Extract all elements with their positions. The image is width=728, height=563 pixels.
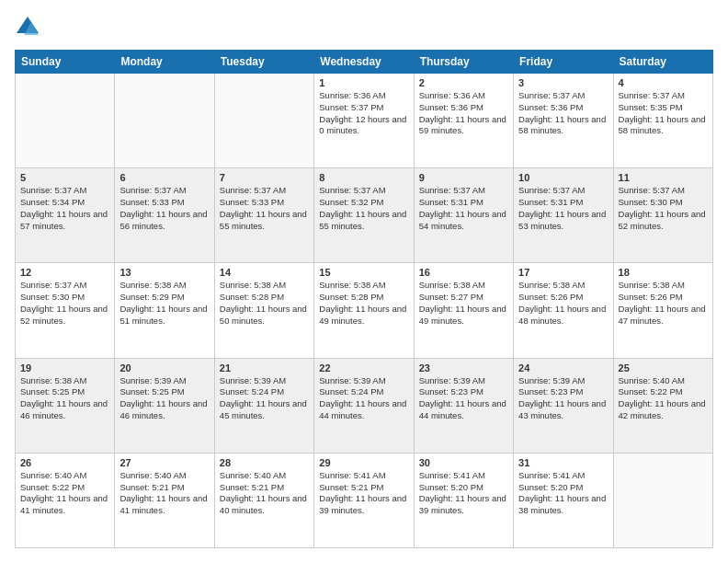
day-number: 27 — [119, 457, 209, 468]
calendar-cell: 25Sunrise: 5:40 AM Sunset: 5:22 PM Dayli… — [613, 358, 712, 453]
day-number: 22 — [319, 362, 408, 373]
day-number: 3 — [518, 77, 608, 88]
calendar-cell — [115, 74, 214, 168]
calendar-cell: 26Sunrise: 5:40 AM Sunset: 5:22 PM Dayli… — [16, 453, 115, 547]
day-number: 31 — [518, 457, 608, 468]
col-header-thursday: Thursday — [414, 51, 513, 74]
calendar-week-row: 26Sunrise: 5:40 AM Sunset: 5:22 PM Dayli… — [16, 453, 713, 547]
day-info: Sunrise: 5:37 AM Sunset: 5:35 PM Dayligh… — [619, 90, 708, 137]
day-number: 19 — [20, 362, 109, 373]
calendar-cell — [613, 453, 712, 547]
day-info: Sunrise: 5:37 AM Sunset: 5:31 PM Dayligh… — [419, 185, 508, 232]
day-info: Sunrise: 5:37 AM Sunset: 5:36 PM Dayligh… — [518, 90, 608, 137]
day-info: Sunrise: 5:39 AM Sunset: 5:25 PM Dayligh… — [119, 375, 209, 422]
day-info: Sunrise: 5:37 AM Sunset: 5:33 PM Dayligh… — [220, 185, 309, 232]
day-number: 20 — [119, 362, 209, 373]
calendar-cell: 14Sunrise: 5:38 AM Sunset: 5:28 PM Dayli… — [214, 263, 313, 358]
calendar-cell: 12Sunrise: 5:37 AM Sunset: 5:30 PM Dayli… — [16, 263, 115, 358]
calendar: SundayMondayTuesdayWednesdayThursdayFrid… — [15, 50, 713, 548]
header — [15, 15, 713, 40]
day-info: Sunrise: 5:41 AM Sunset: 5:20 PM Dayligh… — [518, 470, 608, 517]
day-number: 16 — [419, 267, 508, 278]
calendar-cell: 17Sunrise: 5:38 AM Sunset: 5:26 PM Dayli… — [514, 263, 613, 358]
col-header-sunday: Sunday — [16, 51, 115, 74]
day-number: 26 — [20, 457, 109, 468]
day-info: Sunrise: 5:38 AM Sunset: 5:28 PM Dayligh… — [220, 280, 309, 327]
day-info: Sunrise: 5:40 AM Sunset: 5:21 PM Dayligh… — [119, 470, 209, 517]
day-number: 13 — [119, 267, 209, 278]
day-info: Sunrise: 5:39 AM Sunset: 5:23 PM Dayligh… — [419, 375, 508, 422]
col-header-tuesday: Tuesday — [214, 51, 313, 74]
calendar-week-row: 1Sunrise: 5:36 AM Sunset: 5:37 PM Daylig… — [16, 74, 713, 168]
calendar-cell: 30Sunrise: 5:41 AM Sunset: 5:20 PM Dayli… — [414, 453, 513, 547]
day-number: 17 — [518, 267, 608, 278]
day-info: Sunrise: 5:39 AM Sunset: 5:24 PM Dayligh… — [319, 375, 408, 422]
day-info: Sunrise: 5:37 AM Sunset: 5:33 PM Dayligh… — [119, 185, 209, 232]
calendar-cell: 31Sunrise: 5:41 AM Sunset: 5:20 PM Dayli… — [514, 453, 613, 547]
day-info: Sunrise: 5:37 AM Sunset: 5:32 PM Dayligh… — [319, 185, 408, 232]
day-info: Sunrise: 5:41 AM Sunset: 5:20 PM Dayligh… — [419, 470, 508, 517]
calendar-cell: 6Sunrise: 5:37 AM Sunset: 5:33 PM Daylig… — [115, 168, 214, 263]
calendar-cell: 15Sunrise: 5:38 AM Sunset: 5:28 PM Dayli… — [314, 263, 414, 358]
day-number: 21 — [220, 362, 309, 373]
calendar-cell: 18Sunrise: 5:38 AM Sunset: 5:26 PM Dayli… — [613, 263, 712, 358]
calendar-week-row: 19Sunrise: 5:38 AM Sunset: 5:25 PM Dayli… — [16, 358, 713, 453]
calendar-header-row: SundayMondayTuesdayWednesdayThursdayFrid… — [16, 51, 713, 74]
calendar-cell: 13Sunrise: 5:38 AM Sunset: 5:29 PM Dayli… — [115, 263, 214, 358]
col-header-saturday: Saturday — [613, 51, 712, 74]
day-number: 28 — [220, 457, 309, 468]
day-number: 10 — [518, 172, 608, 183]
day-info: Sunrise: 5:37 AM Sunset: 5:34 PM Dayligh… — [20, 185, 109, 232]
day-number: 11 — [619, 172, 708, 183]
day-info: Sunrise: 5:38 AM Sunset: 5:26 PM Dayligh… — [619, 280, 708, 327]
day-number: 4 — [619, 77, 708, 88]
calendar-cell: 1Sunrise: 5:36 AM Sunset: 5:37 PM Daylig… — [314, 74, 414, 168]
day-number: 15 — [319, 267, 408, 278]
calendar-cell: 9Sunrise: 5:37 AM Sunset: 5:31 PM Daylig… — [414, 168, 513, 263]
day-info: Sunrise: 5:37 AM Sunset: 5:30 PM Dayligh… — [20, 280, 109, 327]
day-info: Sunrise: 5:37 AM Sunset: 5:31 PM Dayligh… — [518, 185, 608, 232]
day-info: Sunrise: 5:36 AM Sunset: 5:36 PM Dayligh… — [419, 90, 508, 137]
calendar-cell: 28Sunrise: 5:40 AM Sunset: 5:21 PM Dayli… — [214, 453, 313, 547]
day-info: Sunrise: 5:39 AM Sunset: 5:23 PM Dayligh… — [518, 375, 608, 422]
calendar-cell — [16, 74, 115, 168]
day-number: 18 — [619, 267, 708, 278]
calendar-cell: 29Sunrise: 5:41 AM Sunset: 5:21 PM Dayli… — [314, 453, 414, 547]
day-number: 14 — [220, 267, 309, 278]
calendar-cell — [214, 74, 313, 168]
calendar-cell: 10Sunrise: 5:37 AM Sunset: 5:31 PM Dayli… — [514, 168, 613, 263]
day-number: 2 — [419, 77, 508, 88]
calendar-cell: 22Sunrise: 5:39 AM Sunset: 5:24 PM Dayli… — [314, 358, 414, 453]
logo — [15, 15, 44, 40]
day-number: 7 — [220, 172, 309, 183]
day-number: 25 — [619, 362, 708, 373]
calendar-week-row: 12Sunrise: 5:37 AM Sunset: 5:30 PM Dayli… — [16, 263, 713, 358]
day-number: 5 — [20, 172, 109, 183]
calendar-cell: 7Sunrise: 5:37 AM Sunset: 5:33 PM Daylig… — [214, 168, 313, 263]
day-number: 30 — [419, 457, 508, 468]
col-header-wednesday: Wednesday — [314, 51, 414, 74]
logo-icon — [15, 15, 40, 40]
calendar-cell: 3Sunrise: 5:37 AM Sunset: 5:36 PM Daylig… — [514, 74, 613, 168]
calendar-cell: 21Sunrise: 5:39 AM Sunset: 5:24 PM Dayli… — [214, 358, 313, 453]
calendar-cell: 19Sunrise: 5:38 AM Sunset: 5:25 PM Dayli… — [16, 358, 115, 453]
day-info: Sunrise: 5:38 AM Sunset: 5:25 PM Dayligh… — [20, 375, 109, 422]
day-number: 1 — [319, 77, 408, 88]
day-info: Sunrise: 5:38 AM Sunset: 5:29 PM Dayligh… — [119, 280, 209, 327]
calendar-week-row: 5Sunrise: 5:37 AM Sunset: 5:34 PM Daylig… — [16, 168, 713, 263]
day-number: 29 — [319, 457, 408, 468]
day-info: Sunrise: 5:41 AM Sunset: 5:21 PM Dayligh… — [319, 470, 408, 517]
calendar-cell: 11Sunrise: 5:37 AM Sunset: 5:30 PM Dayli… — [613, 168, 712, 263]
day-info: Sunrise: 5:36 AM Sunset: 5:37 PM Dayligh… — [319, 90, 408, 137]
calendar-cell: 16Sunrise: 5:38 AM Sunset: 5:27 PM Dayli… — [414, 263, 513, 358]
day-info: Sunrise: 5:40 AM Sunset: 5:21 PM Dayligh… — [220, 470, 309, 517]
day-number: 9 — [419, 172, 508, 183]
day-number: 6 — [119, 172, 209, 183]
day-info: Sunrise: 5:40 AM Sunset: 5:22 PM Dayligh… — [20, 470, 109, 517]
calendar-cell: 2Sunrise: 5:36 AM Sunset: 5:36 PM Daylig… — [414, 74, 513, 168]
day-number: 24 — [518, 362, 608, 373]
day-number: 23 — [419, 362, 508, 373]
day-info: Sunrise: 5:38 AM Sunset: 5:26 PM Dayligh… — [518, 280, 608, 327]
page: SundayMondayTuesdayWednesdayThursdayFrid… — [0, 0, 728, 563]
calendar-cell: 8Sunrise: 5:37 AM Sunset: 5:32 PM Daylig… — [314, 168, 414, 263]
